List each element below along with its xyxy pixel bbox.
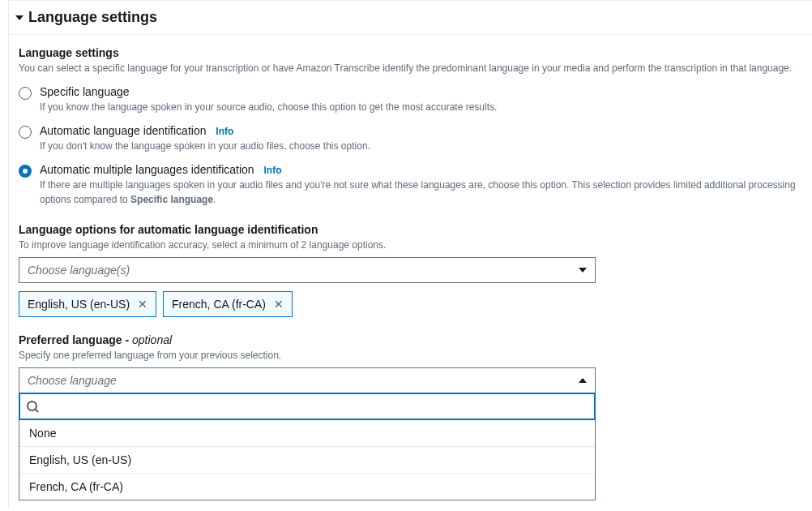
preferred-language-option-list: None English, US (en-US) French, CA (fr-… bbox=[19, 420, 596, 500]
info-link[interactable]: Info bbox=[216, 126, 233, 137]
radio-description: If you know the language spoken in your … bbox=[40, 100, 802, 114]
preferred-language-helper: Specify one preferred language from your… bbox=[19, 348, 802, 363]
dropdown-placeholder: Choose language(s) bbox=[28, 264, 130, 277]
dropdown-search-input[interactable] bbox=[45, 400, 588, 413]
language-options-dropdown[interactable]: Choose language(s) bbox=[19, 257, 596, 283]
desc-text-bold: Specific language bbox=[130, 194, 213, 205]
intro-title: Language settings bbox=[19, 46, 802, 59]
option-none[interactable]: None bbox=[19, 420, 595, 446]
radio-icon bbox=[19, 87, 32, 100]
option-en-us[interactable]: English, US (en-US) bbox=[19, 446, 595, 473]
radio-description: If you don't know the language spoken in… bbox=[40, 139, 802, 153]
radio-description: If there are multiple languages spoken i… bbox=[40, 178, 802, 207]
section-header[interactable]: Language settings bbox=[9, 1, 812, 35]
language-options-helper: To improve language identification accur… bbox=[19, 238, 802, 252]
chevron-up-icon bbox=[579, 378, 587, 383]
collapse-caret-icon[interactable] bbox=[15, 15, 24, 20]
title-optional: optional bbox=[132, 333, 172, 346]
language-options-section: Language options for automatic language … bbox=[19, 223, 802, 317]
radio-specific-language[interactable]: Specific language If you know the langua… bbox=[19, 85, 802, 114]
dropdown-placeholder: Choose language bbox=[28, 374, 117, 387]
radio-label: Specific language bbox=[40, 85, 130, 98]
intro-block: Language settings You can select a speci… bbox=[19, 46, 802, 75]
option-fr-ca[interactable]: French, CA (fr-CA) bbox=[19, 473, 595, 500]
section-content: Language settings You can select a speci… bbox=[9, 35, 812, 500]
language-mode-radio-group: Specific language If you know the langua… bbox=[19, 85, 802, 207]
radio-automatic-multiple-languages[interactable]: Automatic multiple languages identificat… bbox=[19, 163, 802, 207]
section-title: Language settings bbox=[28, 9, 157, 26]
chevron-down-icon bbox=[579, 268, 587, 273]
info-link[interactable]: Info bbox=[264, 165, 282, 176]
remove-token-icon[interactable]: ✕ bbox=[274, 298, 284, 311]
search-icon bbox=[27, 401, 38, 412]
language-token-fr-ca: French, CA (fr-CA) ✕ bbox=[163, 291, 293, 317]
radio-icon bbox=[19, 165, 32, 178]
language-options-title: Language options for automatic language … bbox=[19, 223, 802, 236]
selected-language-tokens: English, US (en-US) ✕ French, CA (fr-CA)… bbox=[19, 291, 802, 317]
dropdown-search-row bbox=[19, 393, 596, 420]
radio-icon bbox=[19, 126, 32, 139]
radio-automatic-language[interactable]: Automatic language identification Info I… bbox=[19, 124, 802, 153]
desc-text-post: . bbox=[213, 194, 216, 205]
language-settings-panel: Language settings Language settings You … bbox=[8, 0, 812, 509]
preferred-language-section: Preferred language - optional Specify on… bbox=[19, 333, 802, 500]
remove-token-icon[interactable]: ✕ bbox=[138, 298, 147, 311]
radio-label: Automatic language identification bbox=[40, 124, 206, 137]
preferred-language-dropdown[interactable]: Choose language bbox=[19, 367, 596, 393]
token-label: English, US (en-US) bbox=[28, 298, 130, 311]
language-token-en-us: English, US (en-US) ✕ bbox=[19, 291, 156, 317]
preferred-language-title: Preferred language - optional bbox=[19, 333, 802, 346]
title-main: Preferred language - bbox=[19, 333, 132, 346]
radio-label: Automatic multiple languages identificat… bbox=[40, 163, 254, 176]
token-label: French, CA (fr-CA) bbox=[172, 298, 266, 311]
intro-description: You can select a specific language for y… bbox=[19, 61, 802, 75]
